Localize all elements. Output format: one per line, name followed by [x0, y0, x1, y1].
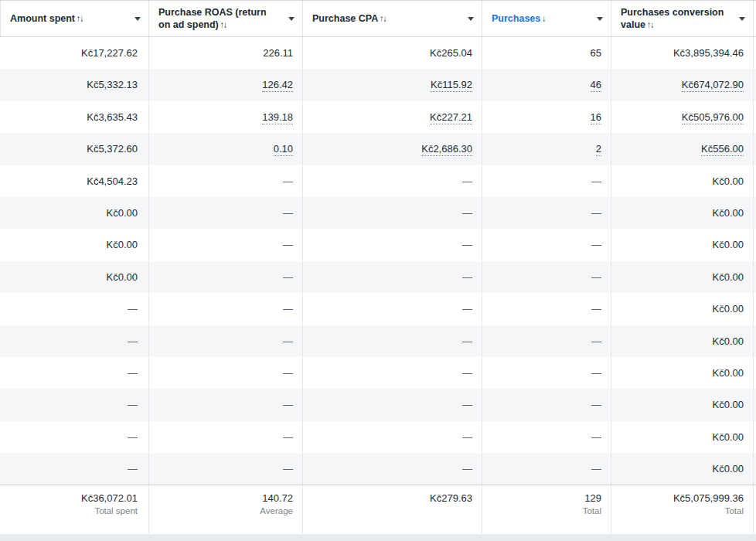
table-row: ————Kč0.00 [0, 389, 756, 420]
table-row: ————Kč0.00 [0, 357, 756, 389]
column-header-purchase-cpa[interactable]: Purchase CPA ↑↓ [303, 1, 482, 36]
cell-purchase-roas: — [149, 389, 303, 420]
cell-purchase-cpa: Kč265.04 [303, 37, 482, 69]
metric-value: Kč0.00 [713, 335, 744, 347]
empty-value-dash: — [462, 367, 472, 379]
chevron-down-icon[interactable] [468, 17, 474, 21]
metric-value[interactable]: Kč227.21 [430, 111, 472, 124]
metric-value[interactable]: 2 [596, 143, 601, 156]
horizontal-scrollbar-track [0, 534, 756, 541]
table-body: Kč17,227.62226.11Kč265.0465Kč3,895,394.4… [0, 37, 756, 485]
cell-amount-spent: Kč5,372.60 [0, 133, 149, 165]
column-header-purchases[interactable]: Purchases ↓ [482, 1, 611, 36]
empty-value-dash: — [462, 207, 472, 219]
cell-purchase-cpa: Kč115.92 [303, 69, 482, 100]
cell-purchase-cpa: — [303, 165, 482, 197]
metric-value[interactable]: Kč505,976.00 [682, 111, 744, 124]
column-header-text: Purchases [492, 13, 540, 24]
empty-value-dash: — [462, 271, 472, 283]
chevron-down-icon[interactable] [288, 17, 295, 21]
cell-purchase-cpa: — [303, 325, 482, 357]
cell-purchases: — [482, 389, 611, 420]
cell-purchase-roas: 226.11 [149, 37, 303, 69]
cell-purchase-cpa: — [303, 293, 482, 325]
metric-value[interactable]: Kč674,072.90 [682, 79, 744, 92]
cell-purchase-roas: — [149, 453, 303, 485]
cell-purchases: — [482, 325, 611, 357]
column-header-purchase-roas[interactable]: Purchase ROAS (return on ad spend) ↑↓ [149, 1, 303, 36]
empty-value-dash: — [283, 399, 293, 410]
empty-value-dash: — [591, 239, 601, 250]
total-purchases: 129Total [482, 485, 611, 533]
metric-value[interactable]: 46 [591, 79, 601, 92]
metric-value[interactable]: Kč2,686.30 [421, 143, 472, 156]
cell-purchases: 46 [482, 69, 611, 100]
cell-purchase-cpa: Kč2,686.30 [303, 133, 482, 165]
cell-purchase-roas: — [149, 229, 303, 260]
chevron-down-icon[interactable] [739, 17, 745, 21]
cell-purchase-roas: 0.10 [149, 133, 303, 165]
column-header-amount-spent[interactable]: Amount spent ↑↓ [0, 1, 149, 36]
total-caption: Total spent [6, 506, 138, 515]
sort-arrows-icon: ↑↓ [378, 14, 386, 23]
cell-purchases-conversion-value: Kč3,895,394.46 [611, 37, 754, 69]
cell-purchase-roas: — [149, 165, 303, 197]
table-totals-row: Kč36,072.01Total spent140.72AverageKč279… [0, 485, 756, 533]
empty-value-dash: — [591, 335, 601, 347]
table-row: Kč5,372.600.10Kč2,686.302Kč556.00 [0, 133, 756, 165]
empty-value-dash: — [591, 271, 601, 283]
cell-purchases: — [482, 197, 611, 229]
empty-value-dash: — [283, 239, 293, 250]
table-row: Kč5,332.13126.42Kč115.9246Kč674,072.90 [0, 69, 756, 100]
cell-amount-spent: — [0, 357, 149, 389]
empty-value-dash: — [462, 175, 472, 187]
cell-purchase-roas: — [149, 325, 303, 357]
sort-arrows-icon: ↑↓ [645, 20, 653, 29]
cell-purchases: — [482, 293, 611, 325]
empty-value-dash: — [128, 367, 138, 379]
empty-value-dash: — [128, 431, 138, 443]
cell-amount-spent: Kč17,227.62 [0, 37, 149, 69]
chevron-down-icon[interactable] [597, 17, 603, 21]
cell-purchase-roas: — [149, 261, 303, 293]
column-header-label: Purchases conversion value ↑↓ [621, 6, 736, 32]
chevron-down-icon[interactable] [135, 17, 141, 21]
metric-value: Kč5,372.60 [87, 143, 138, 155]
table-row: ————Kč0.00 [0, 293, 756, 325]
cell-purchase-roas: 139.18 [149, 101, 303, 133]
metric-value[interactable]: 126.42 [262, 79, 293, 92]
cell-amount-spent: — [0, 389, 149, 420]
cell-purchase-roas: — [149, 357, 303, 389]
metric-value: Kč0.00 [107, 271, 138, 283]
table-row: Kč0.00———Kč0.00 [0, 197, 756, 229]
empty-value-dash: — [283, 335, 293, 347]
cell-purchase-cpa: — [303, 229, 482, 260]
cell-amount-spent: — [0, 453, 149, 485]
metric-value: 226.11 [263, 47, 293, 59]
metric-value[interactable]: Kč115.92 [431, 79, 472, 92]
empty-value-dash: — [283, 207, 293, 219]
cell-purchase-cpa: — [303, 453, 482, 485]
column-header-text: Purchase CPA [312, 13, 378, 24]
metric-value[interactable]: 16 [591, 111, 601, 124]
cell-amount-spent: — [0, 325, 149, 357]
table-row: Kč3,635.43139.18Kč227.2116Kč505,976.00 [0, 101, 756, 133]
column-header-purchases-conversion-value[interactable]: Purchases conversion value ↑↓ [611, 1, 754, 36]
cell-purchase-cpa: Kč227.21 [303, 101, 482, 133]
cell-purchases: — [482, 453, 611, 485]
cell-amount-spent: Kč3,635.43 [0, 101, 149, 133]
metric-value[interactable]: 139.18 [262, 111, 293, 124]
cell-purchases-conversion-value: Kč0.00 [611, 453, 754, 485]
empty-value-dash: — [283, 367, 293, 379]
metric-value: Kč0.00 [713, 463, 744, 475]
cell-purchase-cpa: — [303, 197, 482, 229]
total-amount-spent: Kč36,072.01Total spent [0, 485, 149, 533]
table-row: ————Kč0.00 [0, 421, 756, 453]
empty-value-dash: — [462, 303, 472, 315]
metric-value: 65 [591, 47, 601, 59]
metric-value[interactable]: Kč556.00 [701, 143, 744, 156]
empty-value-dash: — [128, 399, 138, 410]
metric-value[interactable]: 0.10 [274, 143, 293, 156]
empty-value-dash: — [283, 175, 293, 187]
column-header-text: Purchase ROAS (return on ad spend) [158, 7, 267, 30]
